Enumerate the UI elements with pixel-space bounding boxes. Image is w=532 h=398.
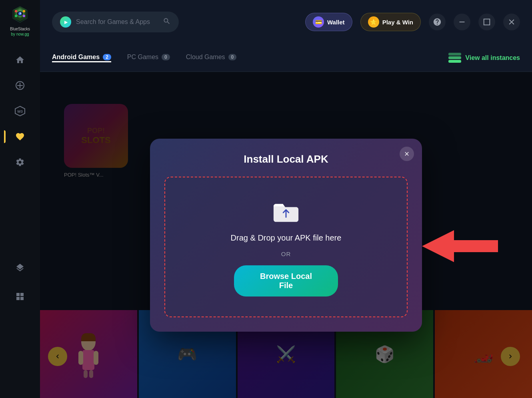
sidebar-item-upload[interactable] [9, 74, 31, 97]
android-games-label: Android Games [52, 54, 100, 61]
instances-icon [448, 53, 461, 63]
help-button[interactable] [429, 14, 446, 30]
svg-point-11 [15, 15, 17, 17]
svg-text:W3: W3 [17, 109, 23, 113]
sidebar: BlueStacksby now.gg W3 [0, 0, 40, 398]
playnwin-icon: ⭐ [368, 16, 379, 28]
install-apk-modal: Install Local APK Drag & Drop your [150, 139, 422, 332]
tab-android-games[interactable]: Android Games 2 [52, 54, 111, 62]
svg-point-12 [23, 15, 25, 17]
cloud-games-label: Cloud Games [186, 54, 225, 61]
modal-title: Install Local APK [164, 153, 408, 165]
close-button[interactable] [503, 14, 520, 30]
view-all-instances-button[interactable]: View all instances [448, 53, 520, 63]
search-bar[interactable]: Search for Games & Apps [52, 12, 179, 32]
main-content: POP! SLOTS POP! Slots™ V... Install Loca… [40, 72, 532, 398]
maximize-button[interactable] [478, 14, 495, 30]
modal-close-button[interactable] [400, 147, 414, 161]
sidebar-item-windows[interactable] [9, 285, 31, 308]
svg-rect-16 [448, 53, 461, 56]
cloud-games-badge: 0 [228, 54, 237, 60]
android-games-badge: 2 [103, 54, 111, 60]
view-all-instances-label: View all instances [465, 54, 520, 62]
drop-text: Drag & Drop your APK file here [231, 233, 342, 243]
bluestacks-logo [10, 4, 30, 25]
svg-point-8 [20, 13, 21, 14]
modal-overlay: Install Local APK Drag & Drop your [40, 72, 532, 398]
wallet-icon: 💳 [313, 16, 324, 28]
or-text: OR [281, 251, 291, 257]
tab-cloud-games[interactable]: Cloud Games 0 [186, 54, 237, 62]
red-arrow [422, 226, 498, 268]
playnwin-button[interactable]: ⭐ Play & Win [360, 13, 421, 31]
sidebar-item-home[interactable] [9, 49, 31, 71]
pc-games-badge: 0 [162, 54, 170, 60]
search-placeholder: Search for Games & Apps [76, 18, 158, 26]
sidebar-item-settings[interactable] [9, 151, 31, 173]
svg-point-9 [15, 10, 17, 12]
wallet-label: Wallet [327, 19, 345, 26]
logo-text: BlueStacksby now.gg [10, 26, 30, 37]
browse-local-file-button[interactable]: Browse Local File [234, 265, 338, 297]
minimize-button[interactable] [454, 14, 470, 30]
svg-rect-18 [448, 60, 461, 63]
sidebar-item-w3[interactable]: W3 [9, 100, 31, 122]
search-icon [163, 17, 171, 27]
drop-zone[interactable]: Drag & Drop your APK file here OR Browse… [164, 177, 408, 317]
pc-games-label: PC Games [127, 54, 158, 61]
logo-area: BlueStacksby now.gg [10, 4, 30, 37]
sidebar-nav: W3 [0, 49, 40, 308]
nav-tabs: Android Games 2 PC Games 0 Cloud Games 0… [40, 44, 532, 72]
header: Search for Games & Apps 💳 Wallet ⭐ Play … [40, 0, 532, 44]
svg-rect-17 [448, 56, 461, 59]
svg-marker-19 [422, 230, 498, 262]
upload-folder-icon [272, 197, 300, 225]
svg-point-10 [23, 10, 25, 12]
wallet-button[interactable]: 💳 Wallet [305, 13, 352, 31]
tab-pc-games[interactable]: PC Games 0 [127, 54, 170, 62]
play-store-icon [60, 16, 71, 28]
playnwin-label: Play & Win [382, 19, 413, 26]
sidebar-item-favorites[interactable] [9, 125, 31, 148]
sidebar-item-layers[interactable] [9, 257, 31, 279]
